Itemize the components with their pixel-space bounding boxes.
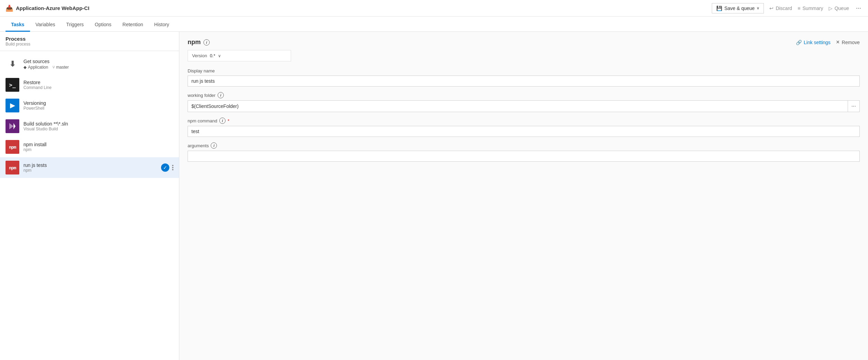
task-name-run-js-tests: run js tests <box>23 162 157 168</box>
panel-title-text: npm <box>188 39 201 46</box>
top-bar: 📥 Application-Azure WebApp-CI 💾 Save & q… <box>0 0 868 17</box>
sidebar-section-subtitle: Build process <box>6 42 173 47</box>
task-item-versioning[interactable]: ▶ Versioning PowerShell <box>0 95 179 116</box>
task-item-run-js-tests[interactable]: npm run js tests npm ✓ <box>0 157 179 178</box>
tab-bar: Tasks Variables Triggers Options Retenti… <box>0 17 868 32</box>
task-icon-versioning: ▶ <box>6 99 19 112</box>
top-bar-right: 💾 Save & queue ∨ ↩ Discard ≡ Summary ▷ Q… <box>712 3 862 13</box>
task-icon-sources: ⬇ <box>6 57 19 71</box>
task-name-versioning: Versioning <box>23 100 173 106</box>
remove-icon: × <box>836 39 840 46</box>
working-folder-input-row: ··· <box>188 100 860 112</box>
task-text-get-sources: Get sources ◆ Application ⑂ master <box>23 59 173 70</box>
tab-options[interactable]: Options <box>89 18 117 32</box>
npm-command-field-group: npm command i * <box>188 118 860 137</box>
task-sub-restore: Command Line <box>23 85 173 90</box>
task-sub-versioning: PowerShell <box>23 106 173 111</box>
task-item-npm-install[interactable]: npm npm install npm <box>0 137 179 157</box>
working-folder-info-icon[interactable]: i <box>218 92 224 98</box>
working-folder-label: working folder i <box>188 92 860 98</box>
tab-retention[interactable]: Retention <box>117 18 149 32</box>
task-actions-run-js-tests: ✓ <box>161 163 173 172</box>
version-row[interactable]: Version 0.* ∨ <box>188 50 291 61</box>
task-name-build-solution: Build solution **\*.sln <box>23 121 173 127</box>
display-name-label-text: Display name <box>188 68 215 73</box>
summary-button[interactable]: ≡ Summary <box>798 6 823 11</box>
save-queue-label: Save & queue <box>724 6 755 11</box>
branch-icon: ⑂ <box>52 65 55 70</box>
top-bar-left: 📥 Application-Azure WebApp-CI <box>6 4 89 12</box>
task-text-restore: Restore Command Line <box>23 80 173 90</box>
save-queue-button[interactable]: 💾 Save & queue ∨ <box>712 3 764 13</box>
npm-command-label: npm command i * <box>188 118 860 124</box>
svg-marker-0 <box>9 123 13 129</box>
arguments-label-text: arguments <box>188 143 209 148</box>
arguments-info-icon[interactable]: i <box>211 142 217 149</box>
sources-meta-branch: ⑂ master <box>52 65 69 70</box>
display-name-input[interactable] <box>188 76 860 87</box>
sidebar: Process Build process ⬇ Get sources ◆ Ap… <box>0 32 179 360</box>
task-item-restore[interactable]: >_ Restore Command Line <box>0 74 179 95</box>
task-text-build-solution: Build solution **\*.sln Visual Studio Bu… <box>23 121 173 131</box>
queue-button[interactable]: ▷ Queue <box>829 6 849 11</box>
task-icon-npm-install: npm <box>6 140 19 154</box>
tab-history[interactable]: History <box>149 18 175 32</box>
arguments-label: arguments i <box>188 142 860 149</box>
arguments-input[interactable] <box>188 151 860 162</box>
link-icon: 🔗 <box>796 40 802 45</box>
content-panel: npm i 🔗 Link settings × Remove Version 0… <box>179 32 868 360</box>
task-text-versioning: Versioning PowerShell <box>23 100 173 111</box>
summary-icon: ≡ <box>798 6 800 11</box>
app-title: Application-Azure WebApp-CI <box>16 5 89 11</box>
arguments-field-group: arguments i <box>188 142 860 162</box>
queue-icon: ▷ <box>829 6 832 11</box>
app-icon: 📥 <box>6 4 13 12</box>
task-sub-build-solution: Visual Studio Build <box>23 127 173 131</box>
link-settings-button[interactable]: 🔗 Link settings <box>796 40 831 45</box>
summary-label: Summary <box>802 6 823 11</box>
svg-marker-1 <box>13 123 16 129</box>
task-name-get-sources: Get sources <box>23 59 173 64</box>
npm-command-info-icon[interactable]: i <box>219 118 226 124</box>
panel-header: npm i 🔗 Link settings × Remove <box>188 39 860 46</box>
task-item-get-sources[interactable]: ⬇ Get sources ◆ Application ⑂ master <box>0 54 179 74</box>
task-text-npm-install: npm install npm <box>23 142 173 152</box>
queue-label: Queue <box>835 6 849 11</box>
task-icon-restore: >_ <box>6 78 19 92</box>
npm-command-label-text: npm command <box>188 118 217 123</box>
sidebar-divider <box>0 51 179 51</box>
more-button[interactable]: ··· <box>855 4 862 12</box>
main-layout: Process Build process ⬇ Get sources ◆ Ap… <box>0 32 868 360</box>
task-icon-vstudio <box>6 119 19 133</box>
task-dots-menu[interactable] <box>172 165 173 170</box>
working-folder-input[interactable] <box>188 100 848 112</box>
tab-tasks[interactable]: Tasks <box>6 18 30 32</box>
sidebar-section-header: Process Build process <box>0 32 179 48</box>
npm-info-icon[interactable]: i <box>203 39 210 46</box>
version-chevron-icon: ∨ <box>218 53 221 58</box>
display-name-label: Display name <box>188 68 860 73</box>
task-item-build-solution[interactable]: Build solution **\*.sln Visual Studio Bu… <box>0 116 179 137</box>
npm-command-required-star: * <box>228 118 229 123</box>
save-queue-chevron: ∨ <box>757 6 759 10</box>
tab-triggers[interactable]: Triggers <box>61 18 89 32</box>
task-sub-run-js-tests: npm <box>23 168 157 173</box>
sources-meta: ◆ Application ⑂ master <box>23 65 173 70</box>
task-text-run-js-tests: run js tests npm <box>23 162 157 173</box>
version-label: Version <box>192 53 207 58</box>
sources-meta-application: ◆ Application <box>23 65 48 70</box>
link-settings-label: Link settings <box>804 40 831 45</box>
save-icon: 💾 <box>716 6 722 11</box>
working-folder-field-group: working folder i ··· <box>188 92 860 112</box>
panel-title: npm i <box>188 39 210 46</box>
npm-command-input[interactable] <box>188 126 860 137</box>
task-name-npm-install: npm install <box>23 142 173 147</box>
tab-variables[interactable]: Variables <box>30 18 61 32</box>
discard-label: Discard <box>776 6 792 11</box>
task-sub-npm-install: npm <box>23 147 173 152</box>
display-name-field-group: Display name <box>188 68 860 87</box>
remove-button[interactable]: × Remove <box>836 39 860 46</box>
remove-label: Remove <box>842 40 860 45</box>
discard-button[interactable]: ↩ Discard <box>769 6 792 11</box>
working-folder-ellipsis-button[interactable]: ··· <box>848 100 860 112</box>
